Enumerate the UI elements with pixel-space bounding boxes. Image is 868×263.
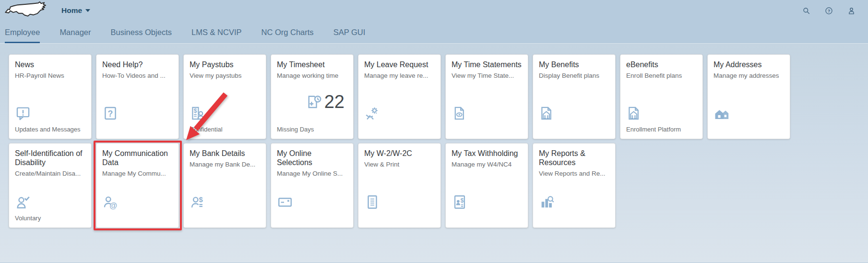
tile-footer [102, 215, 173, 223]
tile-footer: Updates and Messages [15, 126, 85, 134]
shell-header: Home ? [0, 0, 868, 21]
tile-my-online-selections[interactable]: My Online SelectionsManage My Online S..… [271, 143, 354, 228]
tab-business-objects[interactable]: Business Objects [111, 21, 172, 43]
benefits-family-icon [626, 105, 642, 121]
tile-self-identification-of-disability[interactable]: Self-Identification of DisabilityCreate/… [9, 143, 92, 228]
tile-footer [452, 126, 522, 134]
profile-button[interactable] [847, 6, 856, 15]
search-icon [802, 7, 810, 15]
nc-state-logo-icon [4, 1, 51, 20]
tile-footer [713, 126, 784, 134]
tile-footer: Confidential [190, 126, 260, 134]
tile-title: My Reports & Resources [539, 149, 609, 167]
tile-body: $ [452, 168, 522, 210]
tile-footer [539, 215, 609, 223]
home-menu-button[interactable]: Home [61, 6, 90, 15]
tile-need-help[interactable]: Need Help?How-To Videos and ...? [96, 54, 179, 139]
tab-employee[interactable]: Employee [5, 21, 40, 43]
tile-news[interactable]: NewsHR-Payroll NewsUpdates and Messages [9, 54, 92, 139]
tab-lms-ncvip[interactable]: LMS & NCVIP [191, 21, 242, 43]
svg-text:?: ? [827, 8, 830, 13]
tile-subtitle: Manage my Bank De... [190, 161, 260, 168]
tile-subtitle: View & Print [364, 161, 435, 168]
tile-body [364, 79, 435, 121]
tile-title: My W-2/W-2C [364, 149, 435, 158]
svg-text:$: $ [199, 196, 203, 203]
tile-my-time-statements[interactable]: My Time StatementsView my Time State... [445, 54, 528, 139]
tile-footer [364, 126, 435, 134]
tile-subtitle: View Reports and Re... [539, 170, 609, 177]
vacation-icon [364, 105, 380, 121]
tile-title: My Paystubs [190, 60, 260, 70]
tile-body: @ [102, 177, 173, 210]
tile-my-bank-details[interactable]: My Bank DetailsManage my Bank De...$ [183, 143, 266, 228]
tax-document-icon: $ [452, 194, 468, 210]
tile-count-value: 22 [324, 93, 345, 111]
tile-my-leave-request[interactable]: My Leave RequestManage my leave re... [358, 54, 441, 139]
svg-text:$: $ [194, 108, 197, 114]
tile-my-w-2-w-2c[interactable]: My W-2/W-2CView & Print [358, 143, 441, 228]
tile-footer: Enrollment Platform [626, 126, 697, 134]
tile-title: My Time Statements [452, 60, 522, 70]
tile-my-reports-resources[interactable]: My Reports & ResourcesView Reports and R… [533, 143, 616, 228]
tile-footer [539, 126, 609, 134]
report-search-icon [539, 194, 555, 210]
chevron-down-icon [85, 9, 90, 12]
tile-body [626, 79, 697, 121]
tile-subtitle: Manage my leave re... [364, 72, 435, 79]
tile-subtitle: HR-Payroll News [15, 72, 85, 79]
tile-body: $ [190, 168, 260, 210]
tile-body: 22 [277, 79, 347, 125]
search-button[interactable] [802, 6, 810, 15]
tab-nc-org-charts[interactable]: NC Org Charts [262, 21, 314, 43]
tile-area: NewsHR-Payroll NewsUpdates and MessagesN… [0, 44, 868, 263]
tile-title: My Timesheet [277, 60, 347, 70]
tab-sap-gui[interactable]: SAP GUI [333, 21, 366, 43]
tile-title: Need Help? [102, 60, 173, 70]
list-document-icon [364, 194, 380, 210]
svg-text:@: @ [109, 201, 117, 210]
tile-ebenefits[interactable]: eBenefitsEnroll Benefit plansEnrollment … [620, 54, 703, 139]
tile-body: $ [190, 79, 260, 121]
header-actions: ? [802, 6, 856, 15]
houses-icon [713, 105, 730, 121]
tile-subtitle: View my paystubs [190, 72, 260, 79]
tile-my-paystubs[interactable]: My PaystubsView my paystubs$Confidential [183, 54, 266, 139]
tile-footer: Voluntary [15, 215, 85, 223]
tile-my-tax-withholding[interactable]: My Tax WithholdingManage my W4/NC4$ [445, 143, 528, 228]
paystub-icon: $ [190, 105, 206, 121]
home-menu-label: Home [61, 6, 82, 15]
tile-my-addresses[interactable]: My AddressesManage my addresses [707, 54, 790, 139]
tile-footer [102, 126, 173, 134]
tile-title: My Benefits [539, 60, 609, 70]
tile-title: My Bank Details [190, 149, 260, 158]
tile-title: News [15, 60, 85, 70]
tile-body [452, 79, 522, 121]
tile-title: My Communication Data [102, 149, 173, 167]
person-dollar-icon: $ [190, 194, 206, 210]
tile-body [277, 177, 347, 210]
tile-subtitle: Create/Maintain Disa... [15, 170, 85, 177]
tile-title: My Tax Withholding [452, 149, 522, 158]
tile-subtitle: Manage my addresses [713, 72, 784, 79]
help-button[interactable]: ? [824, 6, 833, 15]
tile-row-2: Self-Identification of DisabilityCreate/… [9, 143, 868, 228]
tile-my-benefits[interactable]: My BenefitsDisplay Benefit plans [533, 54, 616, 139]
tile-body: ? [102, 79, 173, 121]
tile-title: eBenefits [626, 60, 697, 70]
tile-body [539, 177, 609, 210]
card-dash-icon [277, 194, 293, 210]
tile-my-communication-data[interactable]: My Communication DataManage My Commu...@ [96, 143, 179, 228]
tab-manager[interactable]: Manager [59, 21, 91, 43]
tile-subtitle: Display Benefit plans [539, 72, 609, 79]
tile-my-timesheet[interactable]: My TimesheetManage working time22Missing… [271, 54, 354, 139]
benefits-family-icon [539, 105, 555, 121]
document-eye-icon [452, 105, 468, 121]
tile-subtitle: Manage My Commu... [102, 170, 173, 177]
question-mark-icon: ? [102, 105, 119, 121]
svg-text:$: $ [461, 197, 464, 204]
tile-subtitle: Enroll Benefit plans [626, 72, 697, 79]
tile-footer: Missing Days [277, 126, 347, 134]
tile-subtitle: How-To Videos and ... [102, 72, 173, 79]
tile-title: My Addresses [713, 60, 784, 70]
